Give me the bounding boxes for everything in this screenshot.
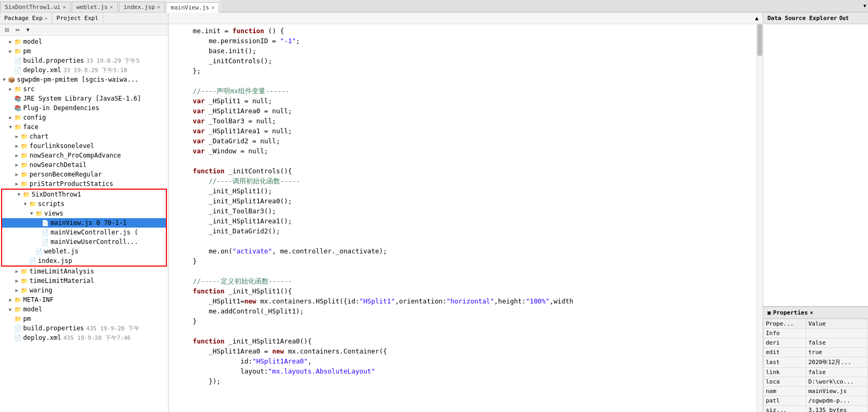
tree-item[interactable]: ▶📁config	[0, 113, 168, 122]
tree-item[interactable]: ▶📁nowSearchDetail	[0, 160, 168, 170]
tree-item[interactable]: ▶📁priStartProductStatics	[0, 179, 168, 189]
property-value: /sgwpdm-p...	[806, 396, 867, 406]
tree-toggle-icon[interactable]: ▶	[14, 153, 20, 158]
close-icon[interactable]: ×	[810, 310, 813, 316]
tree-file-icon: 📄	[28, 257, 37, 264]
tree-item[interactable]: ▶📁pm	[0, 46, 168, 56]
tree-toggle-icon[interactable]: ▶	[14, 134, 20, 139]
tree-file-icon: 📁	[28, 200, 37, 208]
tree-toggle-icon[interactable]: ▼	[22, 201, 28, 207]
close-icon[interactable]: ×	[211, 5, 214, 11]
panel-tab-package-explorer[interactable]: Package Exp ×	[0, 13, 52, 24]
tree-toggle-icon[interactable]: ▶	[7, 86, 14, 92]
code-content[interactable]: me.init = function () { me.permissionID …	[169, 24, 756, 412]
panel-tab-label: Project Expl	[56, 15, 98, 22]
tree-file-icon: 📄	[14, 66, 22, 74]
tree-item[interactable]: ▼📁face	[0, 122, 168, 132]
code-line-content: me.init = function () {	[169, 26, 284, 36]
tree-item[interactable]: ▶📁timeLimitMaterial	[0, 276, 168, 286]
tree-item[interactable]: 📄deploy.xml 435 19-9-20 下午7:46	[0, 333, 168, 342]
tree-item-label: build.properties	[23, 325, 84, 332]
code-line: var _Window = null;	[169, 146, 756, 156]
tree-toggle-icon[interactable]: ▼	[16, 192, 22, 197]
tree-toggle-icon[interactable]: ▶	[14, 278, 20, 283]
properties-row: derifalse	[764, 338, 868, 348]
tree-item[interactable]: ▶📁personBecomeRegular	[0, 170, 168, 179]
tree-toggle-icon[interactable]: ▼	[7, 124, 14, 130]
tree-toggle-icon[interactable]: ▼	[28, 211, 35, 216]
tree-item[interactable]: 📄index.jsp	[2, 256, 166, 266]
tree-item[interactable]: 📄deploy.xml 33 19-8-29 下午5:18	[0, 65, 168, 75]
tree-item[interactable]: 📄mainView.js 0 70-1-1	[2, 218, 166, 228]
tree-toggle-icon[interactable]: ▼	[1, 77, 7, 82]
tree-item[interactable]: 📚Plug-in Dependencies	[0, 103, 168, 113]
property-value: D:\work\co...	[806, 377, 867, 387]
code-line: base.init();	[169, 46, 756, 56]
tree-item[interactable]: ▶📁src	[0, 84, 168, 94]
tree-item[interactable]: 📁pm	[0, 314, 168, 323]
panel-tab-label: Package Exp	[4, 15, 43, 22]
tab-index[interactable]: index.jsp ×	[119, 2, 165, 12]
close-icon[interactable]: ×	[63, 4, 66, 10]
out-label: Out	[839, 15, 849, 21]
tree-item-label: sgwpdm-pm-pmitem [sgcis-waiwa...	[17, 76, 139, 83]
code-line-content: var _HSplit1Area0 = null;	[169, 106, 292, 116]
close-icon[interactable]: ×	[110, 4, 113, 10]
tab-sixdontthrow[interactable]: SixDontThrow1.ui ×	[0, 2, 71, 12]
tree-item[interactable]: ▶📁nowSearch_ProCompAdvance	[0, 151, 168, 160]
tree-item[interactable]: ▶📁model	[0, 305, 168, 314]
tree-item[interactable]: ▶📁timeLimitAnalysis	[0, 267, 168, 276]
tab-mainview[interactable]: mainView.js ×	[166, 2, 219, 13]
tree-file-icon: 📁	[20, 171, 28, 178]
code-line-content: //-----定义初始化函数------	[169, 277, 292, 287]
tree-item[interactable]: 📄build.properties 435 19-9-20 下午	[0, 323, 168, 333]
close-icon[interactable]: ×	[157, 4, 160, 10]
code-line-content: //----声明mx组件变量------	[169, 86, 289, 96]
code-line-content: //----调用初始化函数-----	[169, 176, 300, 187]
editor-header: ▲	[169, 13, 763, 24]
close-icon[interactable]: ×	[45, 16, 47, 21]
tree-toggle-icon[interactable]: ▶	[14, 162, 20, 168]
tree-item[interactable]: 📄build.properties 33 19-8-29 下午5	[0, 56, 168, 65]
tree-item-label: build.properties	[23, 57, 84, 64]
tree-item[interactable]: 📄mainViewUserControll...	[2, 237, 166, 247]
tree-item[interactable]: ▼📁views	[2, 209, 166, 218]
tree-file-icon: 📄	[35, 248, 43, 255]
view-menu-button[interactable]: ▼	[23, 25, 33, 35]
tree-toggle-icon[interactable]: ▶	[7, 39, 14, 44]
link-with-editor-button[interactable]: ⇔	[13, 25, 22, 35]
tree-toggle-icon[interactable]: ▶	[14, 172, 20, 177]
code-line: }	[169, 257, 756, 267]
tree-item[interactable]: ▶📁META-INF	[0, 295, 168, 305]
tree-item[interactable]: 📚JRE System Library [JavaSE-1.6]	[0, 94, 168, 103]
tree-item[interactable]: ▶📁model	[0, 37, 168, 46]
code-line: });	[169, 377, 756, 387]
tree-toggle-icon[interactable]: ▶	[7, 297, 14, 302]
tree-item[interactable]: 📄weblet.js	[2, 247, 166, 256]
tree-item[interactable]: ▼📦sgwpdm-pm-pmitem [sgcis-waiwa...	[0, 75, 168, 84]
tree-item-label: pm	[23, 315, 31, 322]
tree-item[interactable]: ▼📁scripts	[2, 199, 166, 209]
tree-item[interactable]: ▶📁fourlinksonelevel	[0, 141, 168, 151]
tab-label: SixDontThrow1.ui	[5, 4, 61, 11]
tree-toggle-icon[interactable]: ▶	[14, 269, 20, 274]
tree-toggle-icon[interactable]: ▶	[7, 115, 14, 120]
collapse-icon[interactable]: ▲	[755, 15, 758, 22]
tree-toggle-icon[interactable]: ▶	[7, 307, 14, 312]
code-line-content: _HSplit1Area0 = new mx.containers.Contai…	[169, 347, 387, 357]
panel-tab-project-explorer[interactable]: Project Expl	[52, 13, 103, 24]
tree-toggle-icon[interactable]: ▶	[7, 48, 14, 54]
tree-toggle-icon[interactable]: ▶	[14, 143, 20, 149]
property-value	[806, 329, 867, 338]
tree-item[interactable]: ▶📁waring	[0, 286, 168, 295]
tree-file-icon: 📦	[7, 76, 16, 83]
code-line-content: base.init();	[169, 46, 257, 56]
tree-item[interactable]: 📄mainViewController.js (	[2, 228, 166, 237]
tree-file-icon: 📁	[14, 315, 22, 322]
tree-toggle-icon[interactable]: ▶	[14, 181, 20, 187]
tree-item[interactable]: ▶📁chart	[0, 132, 168, 141]
tree-toggle-icon[interactable]: ▶	[14, 288, 20, 293]
tab-weblet[interactable]: weblet.js ×	[72, 2, 118, 12]
collapse-all-button[interactable]: ⊟	[2, 25, 12, 35]
tree-item[interactable]: ▼📁SixDontThrow1	[2, 190, 166, 199]
